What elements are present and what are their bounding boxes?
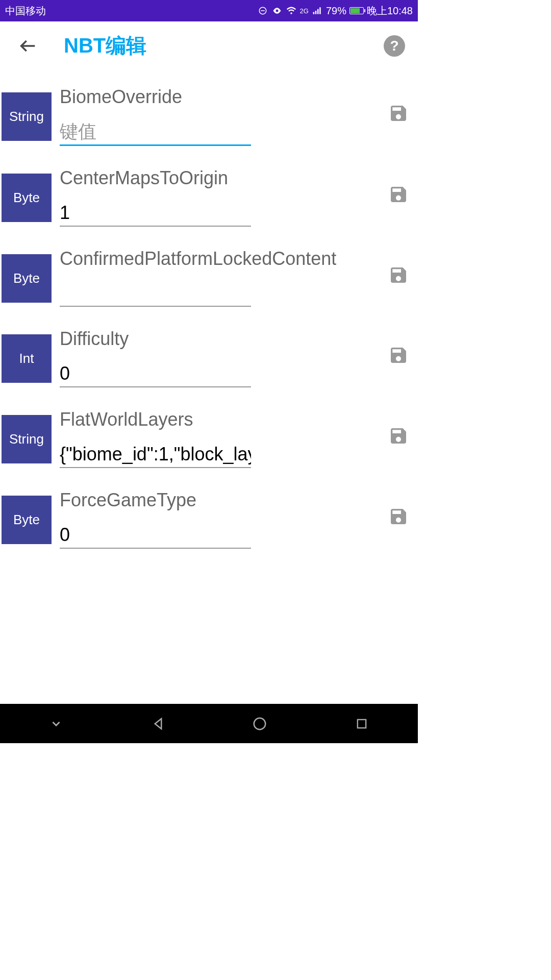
battery-percent: 79%: [326, 5, 346, 17]
nav-bar: [0, 704, 418, 743]
item-label: FlatWorldLayers: [60, 408, 378, 432]
nav-back[interactable]: [148, 714, 168, 733]
nav-hide-keyboard[interactable]: [46, 714, 66, 733]
dnd-icon: [257, 5, 268, 16]
list-item: ByteForceGameType: [0, 488, 418, 549]
value-input[interactable]: [60, 359, 251, 387]
status-time: 晚上10:48: [367, 4, 413, 18]
save-icon[interactable]: [388, 345, 409, 365]
nav-home[interactable]: [250, 714, 269, 733]
type-badge: String: [2, 92, 52, 141]
item-label: ForceGameType: [60, 488, 378, 512]
content-list: StringBiomeOverrideByteCenterMapsToOrigi…: [0, 70, 418, 549]
type-badge: Byte: [2, 496, 52, 544]
item-content: CenterMapsToOrigin: [52, 166, 388, 227]
save-icon[interactable]: [388, 184, 409, 205]
eye-icon: [271, 5, 283, 16]
svg-rect-6: [358, 719, 366, 727]
item-label: ConfirmedPlatformLockedContent: [60, 247, 378, 271]
value-input[interactable]: [60, 198, 251, 227]
svg-rect-2: [315, 11, 317, 14]
value-input[interactable]: [60, 117, 251, 146]
item-label: BiomeOverride: [60, 85, 378, 109]
svg-rect-3: [317, 9, 319, 14]
battery-icon: [349, 7, 364, 14]
wifi-icon: [286, 5, 297, 16]
list-item: StringFlatWorldLayers: [0, 408, 418, 468]
type-badge: Int: [2, 334, 52, 383]
save-icon[interactable]: [388, 426, 409, 446]
list-item: ByteConfirmedPlatformLockedContent: [0, 247, 418, 307]
save-icon[interactable]: [388, 506, 409, 527]
type-badge: Byte: [2, 254, 52, 303]
app-bar: NBT编辑 ?: [0, 21, 418, 70]
page-title: NBT编辑: [64, 32, 146, 60]
value-input[interactable]: [60, 520, 251, 549]
back-button[interactable]: [10, 28, 46, 64]
item-content: BiomeOverride: [52, 85, 388, 146]
status-bar: 中国移动 2G 79%: [0, 0, 418, 21]
value-input[interactable]: [60, 278, 251, 307]
item-label: Difficulty: [60, 327, 378, 351]
help-button[interactable]: ?: [384, 35, 405, 57]
network-type: 2G: [300, 7, 309, 15]
list-item: ByteCenterMapsToOrigin: [0, 166, 418, 227]
svg-rect-4: [319, 7, 321, 14]
status-indicators: 2G 79% 晚上10:48: [257, 4, 413, 18]
type-badge: Byte: [2, 174, 52, 222]
signal-icon: [312, 5, 323, 16]
item-content: ConfirmedPlatformLockedContent: [52, 247, 388, 307]
save-icon[interactable]: [388, 265, 409, 285]
svg-rect-1: [313, 12, 315, 14]
carrier-text: 中国移动: [5, 4, 46, 18]
value-input[interactable]: [60, 439, 251, 468]
list-item: StringBiomeOverride: [0, 85, 418, 146]
status-carrier: 中国移动: [5, 4, 46, 18]
nav-recent[interactable]: [352, 714, 371, 733]
save-icon[interactable]: [388, 103, 409, 124]
svg-point-5: [254, 718, 266, 729]
item-content: ForceGameType: [52, 488, 388, 549]
item-label: CenterMapsToOrigin: [60, 166, 378, 190]
list-item: IntDifficulty: [0, 327, 418, 387]
type-badge: String: [2, 415, 52, 463]
item-content: Difficulty: [52, 327, 388, 387]
item-content: FlatWorldLayers: [52, 408, 388, 468]
